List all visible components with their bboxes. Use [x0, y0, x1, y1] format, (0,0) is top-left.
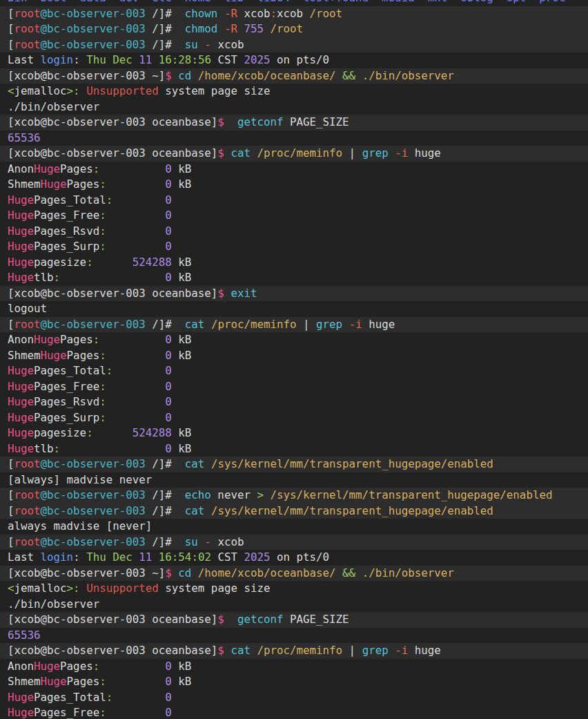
text-segment: tlb: [34, 271, 54, 284]
text-segment: Pages_Rsvd: [34, 395, 99, 408]
text-segment: [172, 69, 179, 82]
text-segment: @bc-observer-003: [41, 488, 146, 501]
text-segment: /proc/meminfo: [257, 146, 342, 160]
text-segment: 0: [165, 706, 172, 719]
text-segment: [342, 318, 349, 331]
text-segment: cat: [185, 504, 205, 517]
text-segment: /]#: [146, 7, 185, 20]
text-segment: /sys/kernel/mm/transparent_hugepage/enab…: [211, 457, 493, 470]
text-segment: tlb: [34, 442, 54, 455]
text-segment: [106, 240, 166, 253]
output-line: AnonHugePages: 0 kB: [0, 162, 588, 178]
text-segment: pagesize: [34, 426, 86, 439]
text-segment: [: [8, 535, 14, 548]
text-segment: /]#: [146, 488, 185, 501]
text-segment: [106, 53, 113, 66]
text-segment: /root: [271, 22, 304, 35]
text-segment: [93, 426, 133, 439]
text-segment: huge: [362, 318, 395, 331]
text-segment: $: [217, 644, 224, 657]
text-segment: CST: [211, 550, 244, 564]
text-segment: Last: [8, 53, 41, 66]
output-line: Hugepagesize: 524288 kB: [0, 255, 588, 271]
terminal-scrollback: bin boot data dev etc home lib lib64 los…: [0, 0, 588, 719]
text-segment: jemalloc: [14, 582, 67, 595]
text-segment: /]#: [146, 22, 185, 35]
text-segment: Huge: [8, 442, 34, 455]
text-segment: Huge: [41, 349, 67, 362]
text-segment: [106, 395, 166, 408]
output-line: ./bin/observer: [0, 597, 588, 613]
text-segment: [xcob@bc-observer-003 oceanbase]: [8, 613, 217, 626]
text-segment: login: [41, 550, 74, 564]
command-line: [xcob@bc-observer-003 oceanbase]$ cat /p…: [0, 643, 588, 659]
text-segment: root: [14, 535, 41, 548]
text-segment: exit: [231, 287, 257, 300]
text-segment: Pages: [60, 162, 93, 175]
output-line: HugePages_Surp: 0: [0, 239, 588, 255]
text-segment: [60, 442, 165, 455]
output-line: ShmemHugePages: 0 kB: [0, 177, 588, 193]
text-segment: [xcob@bc-observer-003 oceanbase]: [8, 115, 217, 128]
text-segment: [: [8, 7, 14, 20]
text-segment: ./bin/observer: [362, 69, 454, 82]
text-segment: [389, 146, 395, 160]
text-segment: 0: [165, 691, 172, 704]
text-segment: [80, 84, 87, 97]
output-line: Hugetlb: 0 kB: [0, 270, 588, 286]
output-line: HugePages_Free: 0: [0, 705, 588, 719]
text-segment: /]#: [146, 504, 185, 517]
text-segment: Huge: [34, 660, 60, 673]
text-segment: [106, 706, 166, 719]
text-segment: :: [86, 256, 93, 269]
text-segment: su: [185, 535, 198, 548]
output-line: HugePages_Total: 0: [0, 690, 588, 706]
text-segment: root: [14, 457, 41, 470]
text-segment: :: [73, 53, 86, 66]
text-segment: Last: [8, 550, 41, 564]
text-segment: kB: [172, 271, 192, 284]
text-segment: Unsupported: [86, 582, 159, 595]
text-segment: [198, 535, 205, 548]
text-segment: |: [342, 146, 362, 160]
text-segment: [xcob@bc-observer-003 ~]: [8, 69, 165, 82]
text-segment: Pages_Free: [34, 380, 99, 393]
text-segment: 0: [165, 349, 172, 362]
text-segment: [106, 209, 166, 222]
text-segment: on pts/0: [271, 550, 330, 564]
text-segment: [355, 566, 362, 579]
text-segment: :: [99, 395, 106, 408]
text-segment: :: [99, 178, 106, 191]
text-segment: [99, 162, 165, 175]
text-segment: @bc-observer-003: [41, 457, 146, 470]
text-segment: /proc/meminfo: [257, 644, 342, 657]
text-segment: Shmem: [8, 178, 41, 191]
text-segment: <: [8, 582, 14, 595]
command-line: [root@bc-observer-003 /]# cat /proc/memi…: [0, 317, 588, 333]
text-segment: 0: [165, 364, 172, 377]
command-line: [xcob@bc-observer-003 oceanbase]$ cat /p…: [0, 146, 588, 162]
text-segment: system page size: [159, 582, 271, 595]
text-segment: :: [99, 675, 106, 688]
text-segment: su: [185, 38, 198, 51]
text-segment: [93, 256, 133, 269]
text-segment: 2025: [244, 53, 270, 66]
text-segment: :: [86, 426, 93, 439]
text-segment: pagesize: [34, 256, 86, 269]
text-segment: Shmem: [8, 675, 41, 688]
text-segment: [80, 582, 87, 595]
text-segment: [224, 115, 237, 128]
text-segment: kB: [172, 333, 192, 346]
output-line: HugePages_Total: 0: [0, 193, 588, 209]
text-segment: Pages: [60, 660, 93, 673]
text-segment: [198, 38, 205, 51]
command-line: [root@bc-observer-003 /]# chmod -R 755 /…: [0, 21, 588, 37]
output-line: ./bin/observer: [0, 99, 588, 115]
text-segment: 0: [165, 380, 172, 393]
text-segment: [224, 613, 237, 626]
text-segment: [xcob@bc-observer-003 ~]: [8, 566, 165, 579]
terminal-screen[interactable]: bin boot data dev etc home lib lib64 los…: [0, 0, 588, 719]
text-segment: :: [93, 333, 100, 346]
text-segment: :: [106, 193, 113, 207]
text-segment: [: [8, 22, 14, 35]
